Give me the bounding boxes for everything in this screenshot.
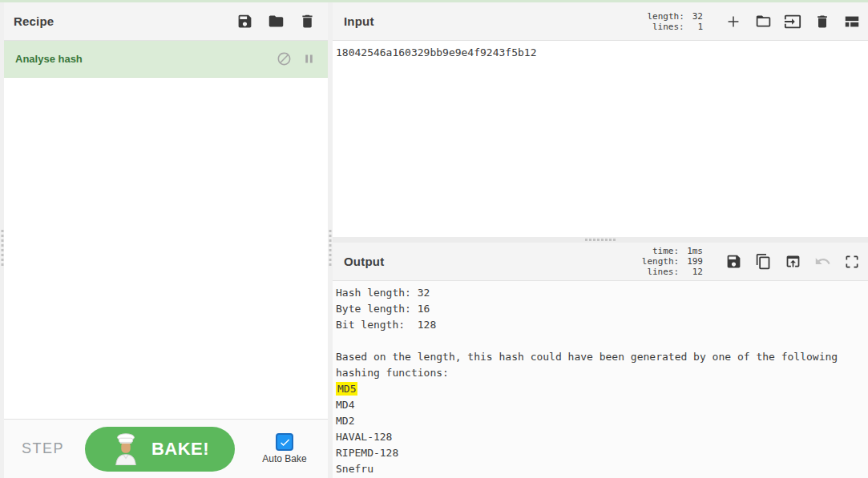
output-line: MD5: [336, 381, 865, 397]
maximise-output-button[interactable]: [842, 252, 862, 271]
output-line: MD2: [336, 413, 865, 429]
splitter-handle-dots[interactable]: [1, 230, 3, 267]
output-lines-value: 12: [692, 267, 703, 277]
output-time-label: time:: [652, 246, 679, 256]
breakpoint-operation-button[interactable]: [301, 51, 317, 67]
fullscreen-icon: [844, 254, 860, 270]
undo-icon: [814, 253, 831, 270]
check-icon: [279, 436, 291, 448]
highlighted-match: MD5: [336, 382, 357, 396]
cyberchef-app: Recipe Analyse hash: [0, 0, 868, 478]
operations-recipe-splitter[interactable]: [0, 2, 4, 478]
auto-bake-control: Auto Bake: [256, 433, 313, 464]
io-column: Input length: 32 lines: 1: [333, 2, 868, 478]
recipe-operation-analyse-hash[interactable]: Analyse hash: [4, 41, 328, 78]
open-in-browser-icon: [785, 253, 801, 270]
output-line: HAVAL-128: [336, 429, 865, 445]
add-input-tab-button[interactable]: [724, 12, 743, 31]
output-line: MD4: [336, 397, 865, 413]
input-title: Input: [344, 14, 374, 28]
output-line: hashing functions:: [336, 365, 865, 381]
clear-recipe-button[interactable]: [297, 12, 317, 31]
recipe-panel: Recipe Analyse hash: [4, 2, 328, 478]
input-lines-label: lines:: [652, 22, 684, 32]
recipe-drop-area[interactable]: [4, 78, 328, 419]
input-length-label: length:: [647, 11, 684, 22]
save-icon: [236, 13, 253, 30]
bake-button-label: BAKE!: [151, 439, 209, 460]
recipe-title: Recipe: [14, 14, 54, 28]
disable-icon: [277, 51, 292, 66]
auto-bake-checkbox[interactable]: [276, 433, 293, 451]
controls-bar: STEP BAKE! Auto Ba: [4, 419, 328, 478]
load-recipe-button[interactable]: [266, 12, 285, 31]
recipe-io-splitter[interactable]: [328, 2, 333, 478]
copy-output-button[interactable]: [753, 252, 773, 271]
save-recipe-button[interactable]: [235, 12, 254, 31]
input-textarea[interactable]: 18042546a160329bb9e9e4f9243f5b12: [333, 41, 868, 237]
folder-open-icon: [755, 13, 772, 30]
trash-icon: [299, 13, 316, 30]
output-line: Based on the length, this hash could hav…: [336, 349, 865, 365]
input-output-splitter[interactable]: [333, 237, 868, 243]
clear-io-button[interactable]: [813, 12, 832, 31]
operation-name: Analyse hash: [15, 53, 83, 65]
splitter-handle-dots[interactable]: [329, 230, 332, 267]
copy-icon: [755, 253, 772, 270]
recipe-header-icons: [235, 12, 317, 31]
disable-operation-button[interactable]: [276, 51, 292, 67]
input-stats: length: 32 lines: 1: [647, 11, 703, 32]
output-line: Snefru: [336, 461, 865, 477]
output-pane: Output time: 1ms length: 199 lines: 12: [333, 243, 868, 478]
input-arrow-icon: [784, 13, 801, 30]
output-text: Hash length: 32Byte length: 16Bit length…: [333, 281, 868, 478]
output-length-value: 199: [687, 256, 703, 267]
splitter-handle-dots[interactable]: [585, 239, 616, 241]
trash-icon: [814, 14, 830, 30]
step-button[interactable]: STEP: [22, 440, 64, 457]
chef-icon: [111, 433, 141, 465]
output-title: Output: [344, 255, 384, 268]
save-icon: [725, 253, 742, 270]
folder-icon: [268, 13, 285, 30]
input-header: Input length: 32 lines: 1: [333, 2, 868, 41]
output-time-value: 1ms: [687, 246, 703, 256]
auto-bake-label: Auto Bake: [262, 453, 306, 464]
output-line: Byte length: 16: [336, 301, 865, 317]
open-folder-input-button[interactable]: [753, 12, 773, 31]
pause-icon: [302, 52, 316, 66]
output-line: Bit length: 128: [336, 317, 865, 333]
reset-layout-button[interactable]: [842, 12, 862, 31]
output-line: Hash length: 32: [336, 285, 865, 301]
input-header-icons: [724, 12, 862, 31]
plus-icon: [725, 13, 742, 30]
output-header: Output time: 1ms length: 199 lines: 12: [333, 243, 868, 281]
output-line: [336, 333, 865, 349]
main-layout: Recipe Analyse hash: [0, 2, 868, 478]
output-lines-label: lines:: [647, 267, 679, 277]
input-lines-value: 1: [697, 22, 703, 32]
layout-icon: [843, 13, 861, 30]
output-stats: time: 1ms length: 199 lines: 12: [642, 246, 703, 277]
input-pane: Input length: 32 lines: 1: [333, 2, 868, 237]
open-file-input-button[interactable]: [783, 12, 802, 31]
open-output-new-tab-button[interactable]: [783, 252, 802, 271]
recipe-header: Recipe: [4, 2, 328, 41]
output-line: RIPEMD-128: [336, 445, 865, 461]
input-length-value: 32: [692, 11, 703, 22]
bake-button[interactable]: BAKE!: [85, 427, 235, 472]
output-length-label: length:: [642, 256, 679, 267]
save-output-button[interactable]: [724, 252, 743, 271]
operation-controls: [276, 51, 317, 67]
undo-output-button[interactable]: [813, 252, 832, 271]
output-header-icons: [724, 252, 862, 271]
